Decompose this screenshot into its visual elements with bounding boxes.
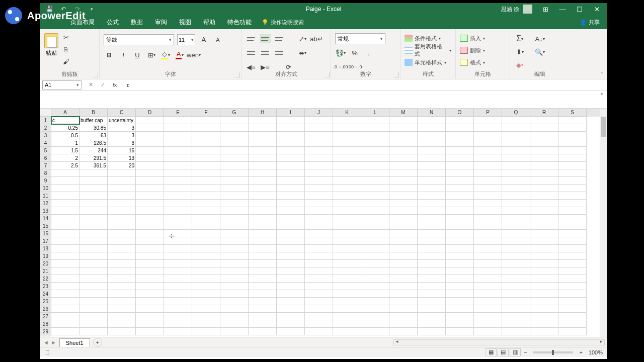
column-header[interactable]: J — [305, 109, 333, 117]
cell[interactable] — [502, 177, 530, 185]
cell[interactable] — [277, 237, 305, 245]
row-header[interactable]: 13 — [40, 207, 51, 215]
cell[interactable]: 30.85 — [79, 124, 108, 132]
cell[interactable] — [220, 169, 249, 177]
cell[interactable] — [502, 139, 530, 147]
align-top-icon[interactable] — [246, 34, 257, 43]
cell[interactable] — [164, 215, 192, 222]
cell[interactable] — [558, 200, 587, 207]
cell[interactable] — [418, 132, 446, 139]
cell[interactable] — [502, 169, 530, 177]
cell[interactable] — [530, 290, 558, 298]
row-header[interactable]: 2 — [40, 124, 51, 132]
cell[interactable] — [502, 290, 530, 298]
cell[interactable] — [79, 215, 108, 222]
cell[interactable] — [474, 185, 502, 192]
cell[interactable] — [446, 185, 474, 192]
cell[interactable] — [389, 230, 418, 237]
cell[interactable] — [192, 117, 220, 124]
cell[interactable] — [446, 283, 474, 290]
cell[interactable] — [164, 328, 192, 335]
cell[interactable] — [51, 222, 79, 230]
formula-expand-icon[interactable]: ▾ — [601, 92, 606, 97]
tell-me-search[interactable]: 💡 操作说明搜索 — [262, 19, 304, 26]
cell[interactable] — [558, 147, 587, 154]
cell[interactable] — [136, 169, 164, 177]
insert-cells-button[interactable]: 插入 ▾ — [460, 33, 485, 43]
cell[interactable] — [136, 117, 164, 124]
cell[interactable] — [389, 185, 418, 192]
cell[interactable] — [389, 320, 418, 328]
delete-cells-button[interactable]: 删除 ▾ — [460, 45, 485, 55]
cell[interactable] — [249, 245, 277, 252]
cell[interactable] — [333, 275, 361, 283]
cell[interactable] — [474, 320, 502, 328]
cell[interactable] — [79, 177, 108, 185]
format-painter-icon[interactable]: 🖌 — [61, 57, 70, 65]
cell[interactable] — [277, 200, 305, 207]
column-header[interactable]: N — [418, 109, 446, 117]
cell[interactable] — [558, 169, 587, 177]
cell[interactable] — [136, 222, 164, 230]
cell[interactable] — [333, 200, 361, 207]
cell[interactable] — [502, 124, 530, 132]
cell[interactable] — [277, 260, 305, 267]
cancel-formula-icon[interactable]: ✕ — [87, 81, 95, 89]
row-header[interactable]: 29 — [40, 328, 51, 335]
cell[interactable] — [136, 328, 164, 335]
cell[interactable]: 126.5 — [79, 139, 108, 147]
cell[interactable] — [192, 252, 220, 260]
fill-color-button[interactable]: ◇▾ — [160, 49, 171, 60]
cell[interactable] — [305, 154, 333, 162]
cell[interactable] — [305, 245, 333, 252]
zoom-level[interactable]: 100% — [586, 349, 603, 355]
cell[interactable] — [136, 230, 164, 237]
cell[interactable] — [220, 117, 249, 124]
cell[interactable] — [305, 313, 333, 320]
cell[interactable] — [530, 200, 558, 207]
cell[interactable] — [389, 245, 418, 252]
cell[interactable] — [389, 252, 418, 260]
cell[interactable] — [249, 147, 277, 154]
cell[interactable] — [51, 320, 79, 328]
cell[interactable] — [192, 320, 220, 328]
cell[interactable] — [164, 139, 192, 147]
avatar[interactable] — [523, 5, 532, 14]
cell[interactable] — [502, 207, 530, 215]
cell[interactable] — [418, 252, 446, 260]
cell-styles-button[interactable]: 单元格样式▾ — [405, 57, 446, 67]
cell[interactable] — [361, 169, 389, 177]
row-header[interactable]: 20 — [40, 260, 51, 267]
cell[interactable] — [108, 260, 136, 267]
cell[interactable] — [333, 328, 361, 335]
share-button[interactable]: 👤 共享 — [580, 19, 600, 26]
cell[interactable] — [361, 275, 389, 283]
cell[interactable] — [361, 222, 389, 230]
cell[interactable] — [51, 237, 79, 245]
column-header[interactable]: O — [446, 109, 474, 117]
cell[interactable] — [108, 275, 136, 283]
cell[interactable] — [164, 313, 192, 320]
cell[interactable] — [305, 132, 333, 139]
cell[interactable] — [389, 328, 418, 335]
cell[interactable] — [164, 305, 192, 313]
maximize-button[interactable]: ☐ — [572, 4, 588, 15]
cell[interactable] — [530, 237, 558, 245]
merge-cells-icon[interactable]: ⬌▾ — [297, 47, 308, 58]
cell[interactable] — [136, 267, 164, 275]
cell[interactable] — [220, 290, 249, 298]
cell[interactable] — [164, 222, 192, 230]
cell[interactable] — [192, 139, 220, 147]
cell[interactable] — [51, 185, 79, 192]
cell[interactable] — [361, 117, 389, 124]
close-button[interactable]: ✕ — [589, 4, 605, 15]
cell[interactable] — [164, 185, 192, 192]
cell[interactable] — [220, 132, 249, 139]
cell[interactable] — [136, 139, 164, 147]
cell[interactable] — [136, 132, 164, 139]
cell[interactable] — [389, 283, 418, 290]
cell[interactable] — [51, 230, 79, 237]
cell[interactable] — [249, 139, 277, 147]
cell[interactable] — [418, 267, 446, 275]
cell[interactable] — [249, 215, 277, 222]
